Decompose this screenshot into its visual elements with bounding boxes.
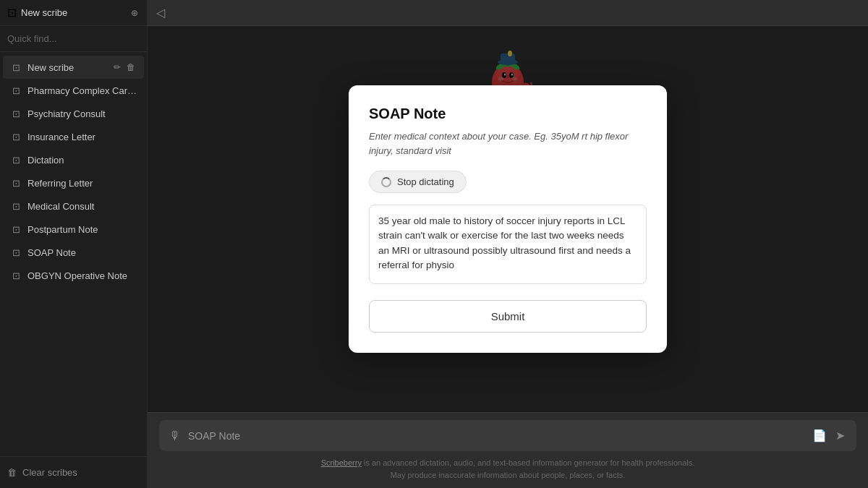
- main-content: SOAP Note Enter medical context about yo…: [148, 26, 868, 412]
- quick-find-input[interactable]: [7, 32, 140, 46]
- bottom-input-row: 🎙 SOAP Note 📄 ➤: [159, 420, 856, 451]
- sidebar-item-insurance[interactable]: ⊡ Insurance Letter: [3, 126, 144, 148]
- medical-context-textarea[interactable]: [369, 205, 647, 284]
- bottom-input-actions: 📄 ➤: [811, 427, 846, 444]
- send-button[interactable]: ➤: [834, 427, 846, 444]
- bottom-input-label: SOAP Note: [188, 430, 804, 442]
- insurance-icon: ⊡: [10, 132, 22, 142]
- new-tab-button[interactable]: ⊕: [129, 7, 140, 19]
- sidebar-header-title: New scribe: [21, 7, 67, 18]
- sidebar-header: ⊡ New scribe ⊕: [0, 0, 147, 26]
- sidebar-item-label: SOAP Note: [27, 247, 137, 258]
- new-scribe-item-icon: ⊡: [10, 62, 22, 73]
- sidebar-item-label: New scribe: [27, 62, 106, 73]
- psychiatry-icon: ⊡: [10, 108, 22, 119]
- new-scribe-button[interactable]: ⊡ New scribe: [7, 6, 67, 20]
- edit-button[interactable]: ✏: [112, 61, 122, 73]
- soap-icon: ⊡: [10, 247, 22, 258]
- sidebar-item-label: OBGYN Operative Note: [27, 270, 137, 281]
- sidebar-item-obgyn[interactable]: ⊡ OBGYN Operative Note: [3, 265, 144, 287]
- postpartum-icon: ⊡: [10, 224, 22, 235]
- mic-icon: 🎙: [169, 429, 181, 442]
- sidebar-item-label: Pharmacy Complex Care Plan: [27, 85, 137, 96]
- sidebar-item-soap[interactable]: ⊡ SOAP Note: [3, 241, 144, 264]
- soap-note-modal: SOAP Note Enter medical context about yo…: [349, 85, 667, 353]
- sidebar-item-label: Medical Consult: [27, 201, 137, 212]
- clear-scribes-label: Clear scribes: [22, 467, 77, 478]
- quick-find-container: [0, 26, 147, 52]
- sidebar: ⊡ New scribe ⊕ ⊡ New scribe ✏ 🗑 ⊡ Pharma…: [0, 0, 148, 488]
- stop-dictating-button[interactable]: Stop dictating: [369, 171, 467, 193]
- collapse-icon[interactable]: ◁: [156, 6, 165, 20]
- modal-title: SOAP Note: [369, 106, 647, 122]
- main-area: ◁: [148, 0, 868, 488]
- dictation-icon: ⊡: [10, 155, 22, 166]
- submit-button[interactable]: Submit: [369, 300, 647, 333]
- modal-subtitle: Enter medical context about your case. E…: [369, 129, 647, 158]
- clear-scribes-button[interactable]: 🗑 Clear scribes: [7, 464, 140, 481]
- stop-dictating-label: Stop dictating: [397, 176, 454, 187]
- sidebar-item-dictation[interactable]: ⊡ Dictation: [3, 149, 144, 171]
- spinner-icon: [381, 177, 391, 187]
- sidebar-item-new-scribe[interactable]: ⊡ New scribe ✏ 🗑: [3, 56, 144, 79]
- sidebar-items-list: ⊡ New scribe ✏ 🗑 ⊡ Pharmacy Complex Care…: [0, 52, 147, 456]
- medical-icon: ⊡: [10, 201, 22, 212]
- sidebar-item-postpartum[interactable]: ⊡ Postpartum Note: [3, 218, 144, 241]
- main-header: ◁: [148, 0, 868, 26]
- new-scribe-icon: ⊡: [7, 6, 17, 20]
- bottom-bar: 🎙 SOAP Note 📄 ➤ Scribeberry is an advanc…: [148, 412, 868, 488]
- item-actions: ✏ 🗑: [112, 61, 137, 73]
- sidebar-item-label: Postpartum Note: [27, 224, 137, 235]
- modal-overlay: SOAP Note Enter medical context about yo…: [148, 26, 868, 412]
- sidebar-item-medical[interactable]: ⊡ Medical Consult: [3, 195, 144, 218]
- sidebar-item-pharmacy[interactable]: ⊡ Pharmacy Complex Care Plan: [3, 80, 144, 102]
- sidebar-item-referring[interactable]: ⊡ Referring Letter: [3, 172, 144, 194]
- sidebar-item-psychiatry[interactable]: ⊡ Psychiatry Consult: [3, 103, 144, 125]
- sidebar-item-label: Dictation: [27, 155, 137, 166]
- clear-scribes-icon: 🗑: [7, 467, 17, 478]
- sidebar-item-label: Insurance Letter: [27, 132, 137, 142]
- delete-button[interactable]: 🗑: [125, 61, 137, 73]
- referring-icon: ⊡: [10, 178, 22, 189]
- scribeberry-link[interactable]: Scribeberry: [321, 458, 362, 467]
- footer-text: Scribeberry is an advanced dictation, au…: [159, 457, 856, 481]
- sidebar-item-label: Psychiatry Consult: [27, 108, 137, 119]
- obgyn-icon: ⊡: [10, 270, 22, 281]
- sidebar-item-label: Referring Letter: [27, 178, 137, 189]
- document-button[interactable]: 📄: [811, 427, 828, 444]
- pharmacy-icon: ⊡: [10, 85, 22, 96]
- sidebar-footer: 🗑 Clear scribes: [0, 456, 147, 488]
